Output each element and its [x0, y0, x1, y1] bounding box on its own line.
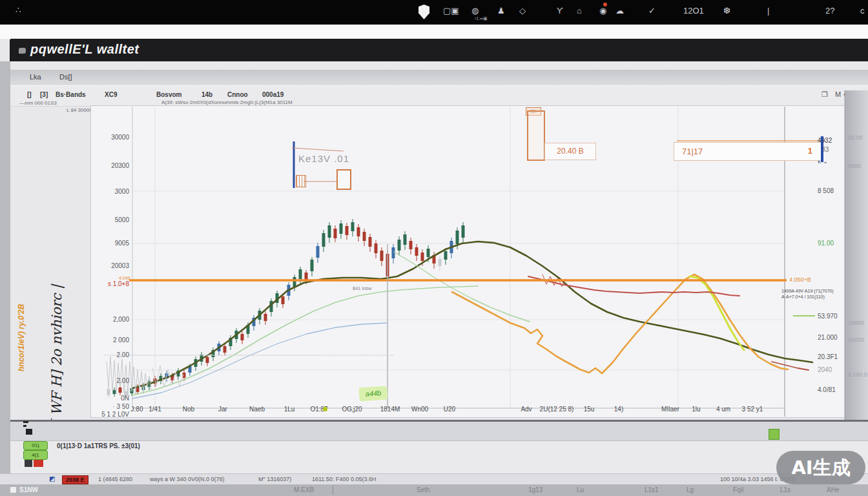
status-text-1: 1 (4845 6280: [98, 476, 132, 482]
tray-icon[interactable]: ✓: [648, 6, 656, 16]
tray-icon[interactable]: ◉: [599, 6, 606, 16]
volume-panel[interactable]: [10, 420, 868, 442]
panel-mark: [26, 429, 32, 435]
gutter-axis-label: 18080: [848, 320, 864, 326]
price-entry-box[interactable]: 71|17 1: [674, 142, 822, 161]
toolbar-right-icon[interactable]: M: [835, 90, 841, 98]
panel-mark: [23, 421, 28, 423]
tray-icon[interactable]: ▢▣: [443, 6, 459, 16]
tray-icon[interactable]: ◍: [471, 6, 479, 16]
left-axis-label: 30000: [90, 134, 129, 141]
window-left-edge: [0, 61, 10, 484]
tray-icon[interactable]: 2?: [825, 6, 834, 16]
taskbar-item[interactable]: 1g13: [528, 486, 542, 493]
tray-sub-label: ‹1:••▣: [475, 16, 488, 21]
toolbar-right-icon[interactable]: ❐: [822, 90, 828, 99]
toolbar-item[interactable]: 14b: [202, 91, 212, 98]
left-axis-label: 2,000: [90, 316, 129, 323]
toolbar-item[interactable]: 000a19: [262, 91, 284, 98]
status-badge: 2038 E: [62, 475, 88, 484]
left-axis-label: 2.00: [90, 351, 129, 358]
taskbar-item[interactable]: M.EXB: [294, 486, 314, 493]
taskbar-item[interactable]: Lu: [577, 486, 584, 493]
taskbar-item[interactable]: S1NW: [19, 486, 38, 493]
tray-icon[interactable]: ⌂: [577, 6, 582, 16]
scroll-gutter: [845, 90, 868, 475]
left-axis-label: 2.00: [90, 377, 129, 384]
price-entry-flag: 1: [808, 146, 812, 156]
toolbar-item[interactable]: XC9: [105, 91, 117, 98]
taskbar-item[interactable]: L1s: [780, 486, 790, 493]
gutter-axis-label: 0000: [848, 163, 861, 169]
window-title-bar[interactable]: pqwellE'L walltet: [10, 39, 868, 61]
toolbar-item[interactable]: [3]: [40, 91, 48, 98]
indicator-red-square: [34, 460, 43, 467]
tray-icon[interactable]: ☁: [615, 6, 624, 16]
ma-line-label: B41 Inbw: [353, 286, 371, 291]
tray-icon[interactable]: c: [860, 6, 865, 16]
taskbar-item[interactable]: Lg: [687, 486, 694, 493]
indicator-button-2[interactable]: 4(1: [23, 450, 48, 460]
menu-item-ds[][interactable]: Ds[]: [59, 73, 72, 81]
drawing-rectangle[interactable]: [527, 110, 545, 161]
right-panel-small-text: A·A+7.0+4 / 101(110): [781, 294, 825, 299]
status-text-3: M" 1316037): [258, 476, 291, 482]
taskbar-item[interactable]: Seth: [417, 486, 430, 493]
taskbar-item[interactable]: L1s1: [645, 486, 659, 493]
side-note-handwritten: [ WF H] 2o nvhiorc |: [49, 231, 65, 425]
toolbar-sub-left: —mm 000 01S3: [19, 100, 57, 106]
gutter-axis-label: 0.180.0: [848, 371, 867, 378]
tray-icon[interactable]: ❆: [723, 6, 730, 16]
left-axis-label: 20300: [90, 162, 129, 169]
current-price-marker: [821, 136, 823, 162]
side-note-orange: hncor1ieV) ry.0'2B: [17, 262, 26, 371]
tray-icon[interactable]: ♟: [497, 6, 505, 16]
left-axis-label: 20003: [90, 262, 129, 269]
status-text-mid: 1611.50: F400 0.05(3.6H: [312, 476, 376, 482]
taskbar: S1NWM.EXBSeth1g13LuL1s1LgFqilL1sAHe: [0, 484, 868, 496]
gutter-axis-label: 16000: [848, 336, 864, 343]
right-axis-label: 4.0/81: [818, 386, 836, 393]
left-axis-label: 3000: [90, 188, 129, 195]
left-axis-label: 9005: [90, 240, 129, 247]
gutter-axis-label: 00.00: [848, 134, 863, 141]
status-flag-icon: ◩: [49, 475, 55, 482]
indicator-dark-square: [25, 460, 32, 467]
start-icon[interactable]: [10, 487, 16, 493]
date-dot-icon: [323, 407, 327, 411]
ghost-watermark-text: a0 sa0aa0ana0 a0a 40: [322, 356, 388, 362]
system-menu-bar: ∴ ▢▣◍♟◇ϒ⌂◉☁✓12O1❆|2?c ‹1:••▣: [0, 0, 868, 25]
taskbar-item[interactable]: AHe: [827, 486, 839, 493]
tray-icon[interactable]: |: [767, 6, 769, 16]
price-entry-value: 71|17: [682, 147, 703, 156]
top-strip: [0, 25, 868, 39]
right-axis-label: 2040: [818, 366, 832, 373]
system-logo-icon[interactable]: ∴: [16, 5, 21, 15]
date-axis-label: 14): [596, 406, 641, 413]
toolbar-item[interactable]: []: [27, 91, 32, 98]
volume-highlight-block: [769, 429, 780, 440]
tray-icon[interactable]: ϒ: [557, 6, 563, 16]
menu-item-lka[interactable]: Lka: [30, 73, 41, 81]
toolbar-item[interactable]: Bs·Bands: [56, 91, 86, 98]
panel-mark: [23, 425, 26, 427]
status-bar: ◩ 2038 E 1 (4845 6280 ways a W 340 0V0(N…: [0, 473, 868, 485]
toolbar-item[interactable]: Bosvom: [156, 91, 181, 98]
price-label-box[interactable]: 20.40 B: [544, 143, 596, 160]
shield-icon[interactable]: [418, 5, 429, 19]
left-axis-label: s 1.0+8: [90, 280, 129, 287]
right-axis-label: 91.00: [818, 240, 834, 247]
right-axis-label: 53.970: [818, 313, 838, 320]
signal-badge: a44b: [358, 386, 388, 401]
chart-toolbar: [][3]Bs·BandsXC9Bosvom14bCnnoo000a19❐M•✎: [10, 85, 868, 107]
date-axis-label: 3 52 y1: [730, 406, 775, 413]
ai-generated-watermark: AI生成: [776, 451, 865, 484]
toolbar-item[interactable]: Cnnoo: [227, 91, 248, 98]
small-annotation-box-icon[interactable]: [296, 175, 306, 187]
indicator-button-1[interactable]: 01): [23, 441, 48, 450]
tray-icon[interactable]: 12O1: [683, 6, 704, 16]
chart-note-label: Ke13V .01: [298, 153, 349, 164]
taskbar-item[interactable]: Fqil: [733, 486, 743, 493]
tray-icon[interactable]: ◇: [519, 6, 526, 16]
annotation-rectangle[interactable]: [336, 169, 351, 190]
